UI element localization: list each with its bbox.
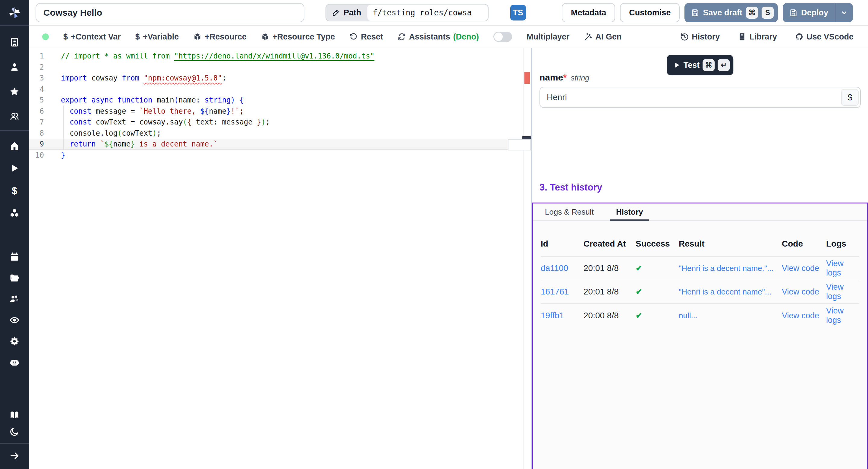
view-code-link[interactable]: View code <box>782 311 826 320</box>
docs-book-icon[interactable] <box>9 409 20 420</box>
view-logs-link[interactable]: View logs <box>826 306 859 325</box>
path-label: Path <box>344 8 361 18</box>
edit-path-button[interactable]: Path <box>326 4 367 21</box>
editor-scrollbar[interactable] <box>523 48 531 469</box>
users-icon[interactable] <box>9 111 20 122</box>
editor-toolbar: $ +Context Var $ +Variable +Resource + <box>29 25 868 48</box>
view-logs-link[interactable]: View logs <box>826 282 859 301</box>
add-resource-button[interactable]: +Resource <box>193 32 247 41</box>
code-line[interactable]: 2 <box>29 62 531 73</box>
enter-key-badge: ↵ <box>718 59 730 71</box>
script-title-input[interactable] <box>36 3 304 22</box>
result-link[interactable]: "Henri is a decent name"... <box>679 287 782 296</box>
code-line[interactable]: 9 return `${name} is a decent name.` <box>29 139 531 150</box>
test-button[interactable]: Test ⌘ ↵ <box>667 55 734 75</box>
s-key-badge: S <box>762 7 774 19</box>
code-line[interactable]: 5export async function main(name: string… <box>29 95 531 106</box>
line-number: 6 <box>29 106 44 117</box>
job-id-link[interactable]: 161761 <box>541 287 584 296</box>
home-icon[interactable] <box>9 140 20 151</box>
ai-gen-button[interactable]: AI Gen <box>584 32 622 41</box>
code-editor[interactable]: 1// import * as wmill from "https://deno… <box>29 48 532 469</box>
dollar-icon: $ <box>135 32 140 41</box>
column-header: Created At <box>584 239 636 249</box>
github-icon <box>795 33 804 41</box>
cmd-key-badge: ⌘ <box>746 7 758 19</box>
result-link[interactable]: "Henri is a decent name."... <box>679 264 782 273</box>
add-variable-button[interactable]: $ +Variable <box>135 32 179 41</box>
add-context-var-button[interactable]: $ +Context Var <box>63 32 121 41</box>
schedules-calendar-icon[interactable] <box>9 251 20 262</box>
customise-button[interactable]: Customise <box>620 3 680 22</box>
dark-mode-moon-icon[interactable] <box>9 426 20 437</box>
deploy-button-group: Deploy <box>783 3 853 22</box>
line-number: 2 <box>29 62 44 73</box>
code-line[interactable]: 4 <box>29 84 531 95</box>
deploy-button[interactable]: Deploy <box>783 3 835 22</box>
table-row: 19ffb120:00 8/8✔null...View codeView log… <box>541 304 859 327</box>
library-button[interactable]: Library <box>738 32 777 41</box>
multiplayer-toggle[interactable] <box>493 32 512 42</box>
reset-button[interactable]: Reset <box>349 32 383 41</box>
folders-icon[interactable] <box>9 273 20 283</box>
indent-guide <box>63 105 64 150</box>
test-history-title: 3. Test history <box>539 182 602 193</box>
topbar-actions: Metadata Customise Save draft ⌘ S <box>562 3 853 22</box>
result-link[interactable]: null... <box>679 311 782 320</box>
code-line[interactable]: 6 const message = `Hello there, ${name}!… <box>29 106 531 117</box>
code-text: const cowText = cowsay.say({ text: messa… <box>44 117 270 128</box>
tab-logs-result[interactable]: Logs & Result <box>543 204 595 220</box>
view-code-link[interactable]: View code <box>782 287 826 296</box>
job-id-link[interactable]: 19ffb1 <box>541 311 584 320</box>
line-number: 10 <box>29 150 44 161</box>
resources-boxes-icon[interactable] <box>9 207 20 218</box>
code-line[interactable]: 3import cowsay from "npm:cowsay@1.5.0"; <box>29 73 531 84</box>
cmd-key-badge: ⌘ <box>703 59 715 71</box>
save-draft-button[interactable]: Save draft ⌘ S <box>684 3 778 22</box>
job-id-link[interactable]: da1100 <box>541 263 584 273</box>
windmill-logo[interactable] <box>0 0 29 26</box>
code-line[interactable]: 7 const cowText = cowsay.say({ text: mes… <box>29 117 531 128</box>
workspace-building-icon[interactable] <box>9 37 20 48</box>
variables-dollar-icon[interactable]: $ <box>9 185 20 196</box>
content-area: 1// import * as wmill from "https://deno… <box>29 48 868 469</box>
user-icon[interactable] <box>9 61 20 72</box>
metadata-button[interactable]: Metadata <box>562 3 615 22</box>
history-button[interactable]: History <box>680 32 720 41</box>
groups-users-gear-icon[interactable] <box>9 293 20 305</box>
expand-arrow-right-icon[interactable] <box>9 450 20 461</box>
code-line[interactable]: 8 console.log(cowText); <box>29 128 531 139</box>
code-line[interactable]: 10} <box>29 150 531 161</box>
path-input[interactable] <box>367 4 488 21</box>
arg-input-wrap: $ <box>539 87 861 108</box>
wand-icon <box>584 33 592 41</box>
success-check-icon: ✔ <box>636 264 679 273</box>
audit-eye-icon[interactable] <box>9 315 20 325</box>
code-text: // import * as wmill from "https://deno.… <box>44 51 374 62</box>
runs-play-icon[interactable] <box>9 163 20 174</box>
history-table: IdCreated AtSuccessResultCodeLogs da1100… <box>533 221 867 327</box>
code-text: export async function main(name: string)… <box>44 95 244 106</box>
preview-pane: Test ⌘ ↵ name* string $ 3. Test history … <box>532 48 868 469</box>
assistants-button[interactable]: Assistants (Deno) <box>398 32 479 41</box>
rotate-ccw-icon <box>349 33 358 41</box>
arg-name: name* <box>539 72 567 83</box>
workers-robot-icon[interactable] <box>9 357 20 368</box>
code-line[interactable]: 1// import * as wmill from "https://deno… <box>29 51 531 62</box>
sidebar-group-workspace <box>0 26 29 131</box>
deploy-dropdown-button[interactable] <box>835 3 853 22</box>
view-code-link[interactable]: View code <box>782 264 826 273</box>
history-tabs: Logs & Result History <box>533 204 867 221</box>
insert-variable-button[interactable]: $ <box>841 89 859 106</box>
splitter-handle[interactable] <box>522 136 531 139</box>
name-arg-input[interactable] <box>539 87 861 108</box>
view-logs-link[interactable]: View logs <box>826 259 859 278</box>
star-icon[interactable] <box>9 86 20 97</box>
dollar-icon: $ <box>63 32 68 41</box>
tab-history[interactable]: History <box>614 204 645 220</box>
test-history-panel: Logs & Result History IdCreated AtSucces… <box>532 202 868 469</box>
settings-gear-icon[interactable] <box>9 336 20 347</box>
code-text: const message = `Hello there, ${name}!`; <box>44 106 244 117</box>
use-vscode-button[interactable]: Use VScode <box>795 32 854 41</box>
add-resource-type-button[interactable]: +Resource Type <box>261 32 335 41</box>
